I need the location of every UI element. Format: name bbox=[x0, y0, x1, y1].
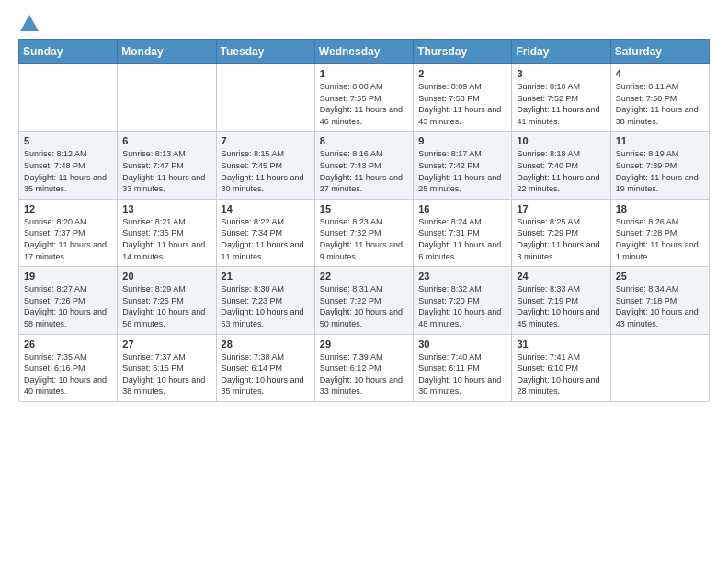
day-number: 21 bbox=[222, 270, 310, 282]
day-info: Sunrise: 8:25 AM Sunset: 7:29 PM Dayligh… bbox=[517, 216, 605, 262]
header bbox=[18, 15, 710, 31]
day-info: Sunrise: 8:32 AM Sunset: 7:20 PM Dayligh… bbox=[418, 283, 506, 329]
day-info: Sunrise: 8:11 AM Sunset: 7:50 PM Dayligh… bbox=[616, 81, 704, 127]
day-info: Sunrise: 8:23 AM Sunset: 7:32 PM Dayligh… bbox=[320, 216, 408, 262]
day-number: 12 bbox=[24, 203, 112, 214]
table-cell bbox=[610, 334, 709, 401]
day-number: 13 bbox=[122, 203, 210, 214]
table-cell: 27Sunrise: 7:37 AM Sunset: 6:15 PM Dayli… bbox=[118, 334, 216, 401]
day-number: 30 bbox=[418, 339, 506, 350]
day-info: Sunrise: 8:20 AM Sunset: 7:37 PM Dayligh… bbox=[24, 216, 112, 262]
calendar-week-row: 19Sunrise: 8:27 AM Sunset: 7:26 PM Dayli… bbox=[19, 267, 710, 334]
day-info: Sunrise: 8:19 AM Sunset: 7:39 PM Dayligh… bbox=[616, 148, 704, 194]
day-number: 24 bbox=[517, 270, 605, 282]
table-cell: 6Sunrise: 8:13 AM Sunset: 7:47 PM Daylig… bbox=[118, 132, 216, 199]
day-number: 25 bbox=[616, 270, 704, 282]
table-cell bbox=[216, 64, 314, 132]
day-info: Sunrise: 8:31 AM Sunset: 7:22 PM Dayligh… bbox=[320, 283, 408, 329]
day-number: 3 bbox=[517, 68, 605, 79]
table-cell: 24Sunrise: 8:33 AM Sunset: 7:19 PM Dayli… bbox=[512, 267, 610, 334]
table-cell: 29Sunrise: 7:39 AM Sunset: 6:12 PM Dayli… bbox=[314, 334, 413, 401]
table-cell: 16Sunrise: 8:24 AM Sunset: 7:31 PM Dayli… bbox=[414, 199, 512, 266]
table-cell: 7Sunrise: 8:15 AM Sunset: 7:45 PM Daylig… bbox=[216, 132, 314, 199]
col-sunday: Sunday bbox=[19, 40, 118, 64]
table-cell bbox=[19, 64, 118, 132]
day-number: 14 bbox=[222, 203, 310, 214]
table-cell: 19Sunrise: 8:27 AM Sunset: 7:26 PM Dayli… bbox=[19, 267, 118, 334]
day-number: 6 bbox=[122, 135, 210, 146]
day-number: 5 bbox=[24, 135, 112, 146]
table-cell: 3Sunrise: 8:10 AM Sunset: 7:52 PM Daylig… bbox=[512, 64, 610, 132]
day-info: Sunrise: 7:38 AM Sunset: 6:14 PM Dayligh… bbox=[222, 351, 310, 397]
table-cell: 14Sunrise: 8:22 AM Sunset: 7:34 PM Dayli… bbox=[216, 199, 314, 266]
day-info: Sunrise: 8:09 AM Sunset: 7:53 PM Dayligh… bbox=[418, 81, 506, 127]
day-info: Sunrise: 7:40 AM Sunset: 6:11 PM Dayligh… bbox=[418, 351, 506, 397]
day-number: 19 bbox=[24, 270, 112, 282]
col-monday: Monday bbox=[118, 40, 216, 64]
col-tuesday: Tuesday bbox=[216, 40, 314, 64]
calendar-week-row: 12Sunrise: 8:20 AM Sunset: 7:37 PM Dayli… bbox=[19, 199, 710, 266]
table-cell: 8Sunrise: 8:16 AM Sunset: 7:43 PM Daylig… bbox=[314, 132, 413, 199]
day-number: 18 bbox=[616, 203, 704, 214]
table-cell: 15Sunrise: 8:23 AM Sunset: 7:32 PM Dayli… bbox=[314, 199, 413, 266]
day-info: Sunrise: 8:21 AM Sunset: 7:35 PM Dayligh… bbox=[122, 216, 210, 262]
table-cell bbox=[118, 64, 216, 132]
day-number: 31 bbox=[517, 339, 605, 350]
table-cell: 23Sunrise: 8:32 AM Sunset: 7:20 PM Dayli… bbox=[414, 267, 512, 334]
day-info: Sunrise: 7:37 AM Sunset: 6:15 PM Dayligh… bbox=[122, 351, 210, 397]
table-cell: 25Sunrise: 8:34 AM Sunset: 7:18 PM Dayli… bbox=[610, 267, 709, 334]
day-info: Sunrise: 8:27 AM Sunset: 7:26 PM Dayligh… bbox=[24, 283, 112, 329]
page: Sunday Monday Tuesday Wednesday Thursday… bbox=[0, 0, 728, 563]
calendar-table: Sunday Monday Tuesday Wednesday Thursday… bbox=[18, 39, 710, 402]
day-info: Sunrise: 8:22 AM Sunset: 7:34 PM Dayligh… bbox=[222, 216, 310, 262]
logo-triangle-icon bbox=[20, 15, 39, 31]
table-cell: 2Sunrise: 8:09 AM Sunset: 7:53 PM Daylig… bbox=[414, 64, 512, 132]
day-number: 29 bbox=[320, 339, 408, 350]
day-info: Sunrise: 8:26 AM Sunset: 7:28 PM Dayligh… bbox=[616, 216, 704, 262]
day-info: Sunrise: 8:30 AM Sunset: 7:23 PM Dayligh… bbox=[222, 283, 310, 329]
day-number: 7 bbox=[222, 135, 310, 146]
day-info: Sunrise: 7:35 AM Sunset: 6:16 PM Dayligh… bbox=[24, 351, 112, 397]
day-number: 10 bbox=[517, 135, 605, 146]
col-friday: Friday bbox=[512, 40, 610, 64]
day-number: 26 bbox=[24, 339, 112, 350]
day-info: Sunrise: 8:12 AM Sunset: 7:48 PM Dayligh… bbox=[24, 148, 112, 194]
table-cell: 9Sunrise: 8:17 AM Sunset: 7:42 PM Daylig… bbox=[414, 132, 512, 199]
table-cell: 13Sunrise: 8:21 AM Sunset: 7:35 PM Dayli… bbox=[118, 199, 216, 266]
day-number: 16 bbox=[418, 203, 506, 214]
col-saturday: Saturday bbox=[610, 40, 709, 64]
table-cell: 20Sunrise: 8:29 AM Sunset: 7:25 PM Dayli… bbox=[118, 267, 216, 334]
table-cell: 10Sunrise: 8:18 AM Sunset: 7:40 PM Dayli… bbox=[512, 132, 610, 199]
day-info: Sunrise: 8:15 AM Sunset: 7:45 PM Dayligh… bbox=[222, 148, 310, 194]
col-thursday: Thursday bbox=[414, 40, 512, 64]
table-cell: 26Sunrise: 7:35 AM Sunset: 6:16 PM Dayli… bbox=[19, 334, 118, 401]
day-number: 15 bbox=[320, 203, 408, 214]
day-number: 8 bbox=[320, 135, 408, 146]
calendar-week-row: 26Sunrise: 7:35 AM Sunset: 6:16 PM Dayli… bbox=[19, 334, 710, 401]
calendar-week-row: 5Sunrise: 8:12 AM Sunset: 7:48 PM Daylig… bbox=[19, 132, 710, 199]
table-cell: 4Sunrise: 8:11 AM Sunset: 7:50 PM Daylig… bbox=[610, 64, 709, 132]
day-info: Sunrise: 8:13 AM Sunset: 7:47 PM Dayligh… bbox=[122, 148, 210, 194]
day-info: Sunrise: 8:17 AM Sunset: 7:42 PM Dayligh… bbox=[418, 148, 506, 194]
table-cell: 21Sunrise: 8:30 AM Sunset: 7:23 PM Dayli… bbox=[216, 267, 314, 334]
day-info: Sunrise: 8:08 AM Sunset: 7:55 PM Dayligh… bbox=[320, 81, 408, 127]
day-info: Sunrise: 7:41 AM Sunset: 6:10 PM Dayligh… bbox=[517, 351, 605, 397]
day-number: 22 bbox=[320, 270, 408, 282]
table-cell: 22Sunrise: 8:31 AM Sunset: 7:22 PM Dayli… bbox=[314, 267, 413, 334]
day-number: 20 bbox=[122, 270, 210, 282]
day-info: Sunrise: 8:16 AM Sunset: 7:43 PM Dayligh… bbox=[320, 148, 408, 194]
day-number: 11 bbox=[616, 135, 704, 146]
day-number: 23 bbox=[418, 270, 506, 282]
day-info: Sunrise: 8:34 AM Sunset: 7:18 PM Dayligh… bbox=[616, 283, 704, 329]
table-cell: 12Sunrise: 8:20 AM Sunset: 7:37 PM Dayli… bbox=[19, 199, 118, 266]
calendar-header-row: Sunday Monday Tuesday Wednesday Thursday… bbox=[19, 40, 710, 64]
day-info: Sunrise: 8:29 AM Sunset: 7:25 PM Dayligh… bbox=[122, 283, 210, 329]
svg-marker-0 bbox=[20, 15, 39, 31]
day-number: 27 bbox=[122, 339, 210, 350]
day-info: Sunrise: 8:33 AM Sunset: 7:19 PM Dayligh… bbox=[517, 283, 605, 329]
table-cell: 31Sunrise: 7:41 AM Sunset: 6:10 PM Dayli… bbox=[512, 334, 610, 401]
day-info: Sunrise: 8:24 AM Sunset: 7:31 PM Dayligh… bbox=[418, 216, 506, 262]
table-cell: 1Sunrise: 8:08 AM Sunset: 7:55 PM Daylig… bbox=[314, 64, 413, 132]
day-number: 2 bbox=[418, 68, 506, 79]
table-cell: 18Sunrise: 8:26 AM Sunset: 7:28 PM Dayli… bbox=[610, 199, 709, 266]
